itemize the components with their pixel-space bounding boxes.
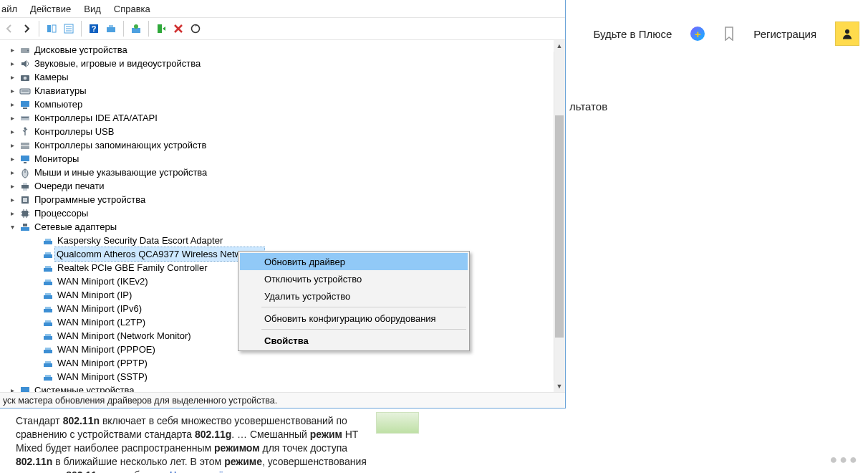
category-label: Камеры	[34, 70, 69, 84]
tree-device[interactable]: Kaspersky Security Data Escort Adapter	[4, 234, 554, 247]
ctx-separator	[261, 307, 466, 307]
camera-icon	[19, 72, 31, 83]
svg-point-12	[134, 24, 138, 29]
storage-icon	[19, 140, 31, 151]
tree-category[interactable]: ▸Контроллеры IDE ATA/ATAPI	[4, 111, 554, 125]
adapter-icon	[42, 290, 54, 301]
svg-rect-43	[45, 252, 51, 254]
toolbar-update-driver[interactable]	[128, 21, 144, 37]
svg-rect-61	[45, 375, 51, 377]
svg-rect-23	[21, 116, 29, 120]
menubar: айл Действие Вид Справка	[0, 0, 565, 17]
ctx-properties[interactable]: Свойства	[240, 332, 468, 349]
loading-dots-icon: ●●●	[829, 452, 859, 467]
read-more-link[interactable]: Читать ещё ›	[170, 469, 230, 473]
adapter-icon	[42, 358, 54, 369]
tree-category[interactable]: ▸Очереди печати	[4, 179, 554, 193]
ctx-uninstall-device[interactable]: Удалить устройство	[240, 287, 468, 305]
tree-category[interactable]: ▸Системные устройства	[4, 383, 554, 392]
tree-category[interactable]: ▸Дисковые устройства	[4, 43, 554, 57]
expand-icon[interactable]: ▸	[9, 73, 16, 81]
toolbar-refresh[interactable]	[188, 21, 203, 37]
ctx-scan-hardware[interactable]: Обновить конфигурацию оборудования	[240, 310, 468, 327]
tree-category[interactable]: ▸Компьютер	[4, 97, 554, 111]
svg-rect-55	[45, 334, 51, 336]
toolbar-scan[interactable]	[103, 21, 119, 37]
toolbar-enable[interactable]	[153, 21, 169, 37]
mouse-icon	[19, 167, 31, 178]
svg-rect-39	[23, 224, 27, 226]
snippet-thumbnail[interactable]	[376, 412, 419, 434]
register-link[interactable]: Регистрация	[753, 28, 816, 40]
svg-rect-10	[109, 25, 113, 27]
svg-rect-29	[24, 162, 26, 163]
svg-rect-44	[44, 268, 52, 272]
svg-rect-50	[44, 309, 52, 312]
plus-icon[interactable]	[690, 27, 705, 41]
menu-help[interactable]: Справка	[114, 4, 150, 14]
expand-icon[interactable]: ▸	[9, 59, 16, 67]
scroll-thumb[interactable]	[555, 115, 564, 338]
tree-category[interactable]: ▸Процессоры	[4, 206, 554, 220]
tree-scrollbar[interactable]: ▲ ▼	[554, 40, 565, 392]
tree-category[interactable]: ▸Контроллеры запоминающих устройств	[4, 138, 554, 152]
expand-icon[interactable]: ▸	[9, 128, 16, 135]
scroll-up[interactable]: ▲	[554, 40, 565, 52]
plus-label[interactable]: Будьте в Плюсе	[593, 28, 672, 40]
tree-category[interactable]: ▸Программные устройства	[4, 193, 554, 206]
tree-device[interactable]: WAN Miniport (SSTP)	[4, 370, 554, 383]
keyboard-icon	[19, 85, 31, 97]
svg-point-0	[845, 29, 849, 34]
toolbar-back[interactable]	[1, 21, 17, 37]
collapse-icon[interactable]: ▾	[9, 223, 16, 231]
svg-rect-54	[44, 336, 52, 340]
menu-action[interactable]: Действие	[30, 4, 71, 14]
toolbar-forward[interactable]	[19, 21, 34, 37]
toolbar-properties[interactable]	[61, 21, 77, 37]
bookmark-icon[interactable]	[723, 27, 735, 41]
toolbar-help[interactable]: ?	[86, 21, 102, 37]
category-label: Клавиатуры	[34, 84, 87, 97]
category-label: Мыши и иные указывающие устройства	[34, 166, 208, 179]
svg-rect-28	[21, 156, 29, 161]
svg-rect-9	[107, 27, 115, 32]
scroll-down[interactable]: ▼	[554, 381, 565, 392]
expand-icon[interactable]: ▸	[9, 155, 16, 163]
expand-icon[interactable]: ▸	[9, 114, 16, 122]
expand-icon[interactable]: ▸	[9, 209, 16, 217]
expand-icon[interactable]: ▸	[9, 386, 16, 392]
expand-icon[interactable]: ▸	[9, 196, 16, 204]
menu-view[interactable]: Вид	[84, 4, 101, 14]
category-label: Контроллеры запоминающих устройств	[34, 138, 207, 152]
profile-button[interactable]	[835, 22, 859, 46]
expand-icon[interactable]: ▸	[9, 168, 16, 176]
device-label: WAN Miniport (IP)	[57, 288, 132, 302]
category-label: Дисковые устройства	[34, 43, 128, 57]
expand-icon[interactable]: ▸	[9, 141, 16, 149]
svg-rect-47	[45, 280, 51, 282]
expand-icon[interactable]: ▸	[9, 182, 16, 190]
tree-category[interactable]: ▸Камеры	[4, 70, 554, 84]
tree-category[interactable]: ▸Звуковые, игровые и видеоустройства	[4, 57, 554, 70]
device-label: WAN Miniport (IKEv2)	[57, 274, 149, 288]
toolbar-show-hidden[interactable]	[44, 21, 59, 37]
tree-category[interactable]: ▸Клавиатуры	[4, 84, 554, 97]
toolbar: ?	[0, 17, 565, 40]
svg-rect-40	[44, 241, 52, 244]
expand-icon[interactable]: ▸	[9, 87, 16, 95]
tree-category[interactable]: ▸Контроллеры USB	[4, 125, 554, 138]
adapter-icon	[42, 235, 54, 247]
expand-icon[interactable]: ▸	[9, 100, 16, 108]
ctx-update-driver[interactable]: Обновить драйвер	[240, 253, 468, 270]
tree-category-network[interactable]: ▾Сетевые адаптеры	[4, 220, 554, 234]
tree-category[interactable]: ▸Мыши и иные указывающие устройства	[4, 166, 554, 179]
ctx-disable-device[interactable]: Отключить устройство	[240, 270, 468, 287]
expand-icon[interactable]: ▸	[9, 46, 16, 54]
category-label: Контроллеры IDE ATA/ATAPI	[34, 111, 158, 125]
tree-category[interactable]: ▸Мониторы	[4, 152, 554, 166]
svg-rect-32	[21, 185, 29, 188]
toolbar-uninstall[interactable]	[170, 21, 186, 37]
menu-file[interactable]: айл	[1, 4, 17, 14]
svg-rect-22	[23, 108, 27, 109]
tree-device[interactable]: WAN Miniport (PPTP)	[4, 356, 554, 370]
